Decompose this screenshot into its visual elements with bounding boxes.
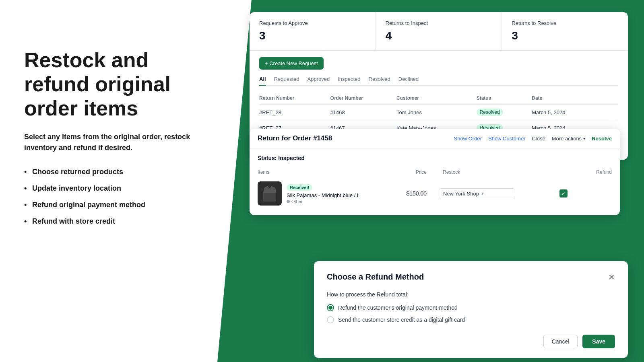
subtitle: Select any items from the original order… xyxy=(24,132,213,153)
main-title: Restock and refund original order items xyxy=(24,48,213,120)
create-new-request-button[interactable]: + Create New Request xyxy=(259,57,324,70)
stat-label-inspect: Returns to Inspect xyxy=(386,20,492,26)
item-price-cell: $150.00 xyxy=(378,178,427,209)
dialog-body: How to process the Refund total: Refund … xyxy=(327,291,615,323)
tab-inspected[interactable]: Inspected xyxy=(338,76,360,85)
table-row[interactable]: #RET_28 #1468 Tom Jones Resolved March 5… xyxy=(259,105,618,120)
resolve-button[interactable]: Resolve xyxy=(592,136,612,142)
status-badge-1: Resolved xyxy=(477,109,503,116)
radio-option-2[interactable]: Send the customer store credit as a digi… xyxy=(327,316,615,323)
bullet-list: Choose returned products Update inventor… xyxy=(24,168,213,226)
item-row: Received Silk Pajamas - Midnight blue / … xyxy=(258,178,612,209)
radio-circle-2[interactable] xyxy=(327,316,334,323)
bullet-item-2: Update inventory location xyxy=(24,184,213,193)
stat-cell-approve[interactable]: Requests to Approve 3 xyxy=(250,12,376,50)
col-order-number: Order Number xyxy=(330,92,396,105)
show-customer-link[interactable]: Show Customer xyxy=(488,136,525,142)
show-order-link[interactable]: Show Order xyxy=(454,136,482,142)
tab-requested[interactable]: Requested xyxy=(274,76,299,85)
item-details: Received Silk Pajamas - Midnight blue / … xyxy=(282,183,360,204)
stat-number-inspect: 4 xyxy=(386,29,492,42)
customer-1: Tom Jones xyxy=(396,105,477,120)
stats-row: Requests to Approve 3 Returns to Inspect… xyxy=(250,12,628,51)
return-card-header: Return for Order #1458 Show Order Show C… xyxy=(250,129,620,148)
tabs-row: All Requested Approved Inspected Resolve… xyxy=(259,76,618,86)
dialog-question: How to process the Refund total: xyxy=(327,291,615,298)
col-status: Status xyxy=(477,92,532,105)
status-1: Resolved xyxy=(477,105,532,120)
item-location-cell: New York Shop ▾ xyxy=(427,178,515,209)
items-col-header: Items xyxy=(258,168,378,178)
return-card-body: Status: Inspected Items Price Restock Re… xyxy=(250,148,620,215)
dialog-header: Choose a Refund Method ✕ xyxy=(327,272,615,282)
radio-label-2: Send the customer store credit as a digi… xyxy=(338,317,465,323)
radio-option-1[interactable]: Refund the customer's original payment m… xyxy=(327,304,615,311)
tab-approved[interactable]: Approved xyxy=(308,76,330,85)
return-status-label: Status: Inspected xyxy=(258,155,612,161)
stat-number-resolve: 3 xyxy=(512,29,618,42)
bullet-item-1: Choose returned products xyxy=(24,168,213,176)
chevron-down-icon: ▾ xyxy=(481,191,484,196)
stat-cell-inspect[interactable]: Returns to Inspect 4 xyxy=(376,12,502,50)
price-col-header: Price xyxy=(378,168,427,178)
close-link[interactable]: Close xyxy=(532,136,545,142)
save-button[interactable]: Save xyxy=(582,335,615,348)
refund-dialog: Choose a Refund Method ✕ How to process … xyxy=(314,261,628,358)
more-actions-button[interactable]: More actions ▾ xyxy=(552,136,585,142)
item-refund-cell: ✓ xyxy=(515,178,612,209)
left-panel: Restock and refund original order items … xyxy=(0,0,233,362)
col-date: Date xyxy=(532,92,618,105)
chevron-down-icon: ▾ xyxy=(583,136,585,141)
dialog-close-button[interactable]: ✕ xyxy=(608,273,615,281)
tab-resolved[interactable]: Resolved xyxy=(369,76,390,85)
item-price: $150.00 xyxy=(378,190,427,197)
col-return-number: Return Number xyxy=(259,92,330,105)
ui-area: Requests to Approve 3 Returns to Inspect… xyxy=(250,12,628,358)
radio-circle-1[interactable] xyxy=(327,304,334,311)
dialog-title: Choose a Refund Method xyxy=(327,272,424,282)
item-note: Other xyxy=(287,199,360,204)
tab-all[interactable]: All xyxy=(259,76,266,85)
col-customer: Customer xyxy=(396,92,477,105)
radio-label-1: Refund the customer's original payment m… xyxy=(338,304,458,311)
stat-cell-resolve[interactable]: Returns to Resolve 3 xyxy=(502,12,628,50)
location-select[interactable]: New York Shop ▾ xyxy=(439,188,515,199)
tab-declined[interactable]: Declined xyxy=(398,76,419,85)
location-label: New York Shop xyxy=(443,191,479,197)
stat-number-approve: 3 xyxy=(259,29,366,42)
refund-col-header: Refund xyxy=(515,168,612,178)
svg-rect-0 xyxy=(263,193,276,202)
return-card-title: Return for Order #1458 xyxy=(258,134,448,142)
dialog-footer: Cancel Save xyxy=(327,335,615,348)
return-number-1: #RET_28 xyxy=(259,105,330,120)
restock-col-header: Restock xyxy=(427,168,515,178)
item-image xyxy=(258,181,282,206)
order-number-1: #1468 xyxy=(330,105,396,120)
refund-checkbox[interactable]: ✓ xyxy=(559,189,568,197)
bullet-item-3: Refund original payment method xyxy=(24,201,213,209)
cancel-button[interactable]: Cancel xyxy=(543,335,578,348)
stat-label-approve: Requests to Approve xyxy=(259,20,366,26)
bullet-item-4: Refund with store credit xyxy=(24,217,213,226)
item-name: Silk Pajamas - Midnight blue / L xyxy=(287,192,360,198)
stat-label-resolve: Returns to Resolve xyxy=(512,20,618,26)
date-1: March 5, 2024 xyxy=(532,105,618,120)
item-image-cell: Received Silk Pajamas - Midnight blue / … xyxy=(258,178,378,209)
received-badge: Received xyxy=(287,184,312,191)
items-table: Items Price Restock Refund xyxy=(258,168,612,209)
dot-icon xyxy=(287,200,290,203)
return-detail-card: Return for Order #1458 Show Order Show C… xyxy=(250,129,620,215)
